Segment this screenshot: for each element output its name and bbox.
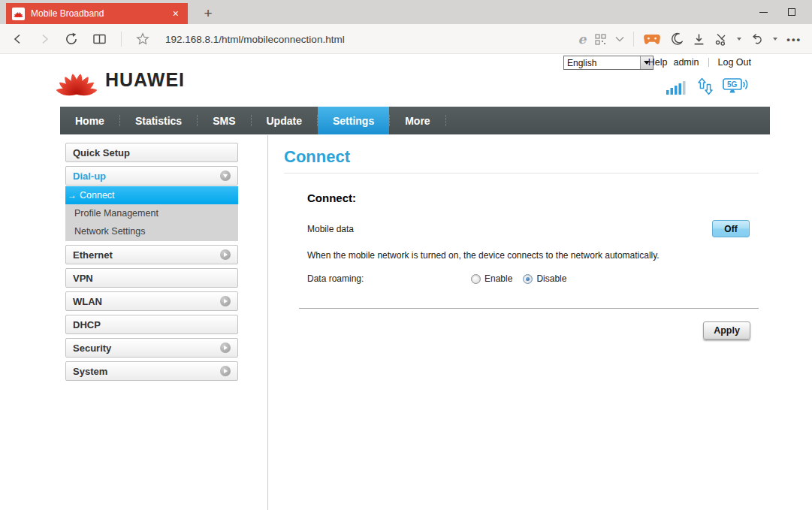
page-title: Connect — [284, 147, 759, 167]
dial-up-submenu: → Connect Profile Management Network Set… — [65, 186, 238, 241]
browser-tab[interactable]: Mobile Broadband × — [6, 3, 188, 24]
data-roaming-row: Data roaming: Enable Disable — [307, 273, 759, 284]
forward-icon[interactable] — [38, 33, 50, 45]
apply-button[interactable]: Apply — [703, 321, 750, 339]
mobile-data-toggle-button[interactable]: Off — [712, 220, 750, 237]
form-divider — [299, 308, 759, 309]
browser-window: Mobile Broadband × + — [0, 0, 812, 510]
back-icon[interactable] — [12, 33, 24, 45]
logout-link[interactable]: Log Out — [718, 57, 751, 68]
qr-code-icon[interactable] — [595, 34, 606, 45]
titlebar: Mobile Broadband × + — [0, 0, 812, 24]
nav-item-statistics[interactable]: Statistics — [120, 107, 197, 134]
router-page: English Help admin Log Out — [0, 54, 812, 510]
nav-item-update[interactable]: Update — [252, 107, 317, 134]
language-selected-value: English — [564, 58, 640, 68]
section-title: Connect: — [307, 192, 759, 204]
internet-explorer-icon[interactable]: e — [578, 33, 587, 46]
title-divider — [284, 173, 759, 174]
selected-arrow-icon: → — [68, 190, 77, 201]
refresh-icon[interactable] — [65, 32, 78, 46]
download-icon[interactable] — [693, 33, 705, 46]
sidebar-item-ethernet[interactable]: Ethernet — [65, 245, 238, 264]
username-link[interactable]: admin — [673, 57, 699, 68]
undo-dropdown-caret-icon[interactable] — [773, 38, 777, 41]
undo-icon[interactable] — [750, 32, 764, 46]
snip-scissors-icon[interactable] — [714, 32, 728, 46]
huawei-flower-icon — [56, 62, 98, 98]
submenu-item-connect[interactable]: → Connect — [65, 186, 238, 204]
nav-item-home[interactable]: Home — [60, 107, 119, 134]
submenu-item-network-settings[interactable]: Network Settings — [65, 222, 238, 240]
roaming-enable-option[interactable]: Enable — [471, 273, 512, 284]
svg-text:5G: 5G — [727, 80, 738, 89]
brand-name: HUAWEI — [105, 69, 185, 91]
main-nav: Home Statistics SMS Update Settings More — [60, 107, 770, 134]
huawei-logo: HUAWEI — [56, 62, 185, 98]
reading-view-icon[interactable] — [92, 33, 107, 45]
submenu-item-profile-management[interactable]: Profile Management — [65, 204, 238, 222]
mobile-data-note: When the mobile network is turned on, th… — [307, 250, 759, 261]
connect-panel: Connect Connect: Mobile data Off When th… — [284, 143, 759, 339]
traffic-updown-arrows-icon — [697, 77, 714, 98]
nav-separator — [445, 115, 446, 126]
data-roaming-label: Data roaming: — [307, 273, 471, 284]
minimize-button[interactable] — [749, 0, 777, 24]
nav-item-settings[interactable]: Settings — [318, 107, 389, 134]
sidebar-item-dial-up[interactable]: Dial-up — [65, 166, 238, 186]
signal-strength-icon — [666, 80, 688, 98]
account-separator — [708, 58, 709, 67]
chevron-right-circle-icon — [220, 296, 231, 306]
roaming-disable-option[interactable]: Disable — [523, 273, 566, 284]
tab-title: Mobile Broadband — [31, 8, 170, 19]
more-menu-icon[interactable]: ••• — [786, 34, 801, 45]
content-divider — [267, 135, 268, 510]
radio-unchecked-icon[interactable] — [471, 274, 481, 284]
toolbar-separator — [633, 32, 634, 47]
new-tab-button[interactable]: + — [197, 3, 219, 24]
mobile-data-label: Mobile data — [307, 224, 354, 234]
sidebar-item-wlan[interactable]: WLAN — [65, 291, 238, 311]
nav-item-more[interactable]: More — [390, 107, 445, 134]
help-link[interactable]: Help — [648, 57, 668, 68]
dark-mode-moon-icon[interactable] — [670, 32, 684, 46]
chevron-right-circle-icon — [220, 249, 231, 260]
browser-toolbar: 192.168.8.1/html/mobileconnection.html e — [0, 24, 812, 54]
status-icons: 5G — [666, 77, 748, 98]
nav-item-sms[interactable]: SMS — [198, 107, 250, 134]
chevron-right-circle-icon — [220, 366, 231, 376]
chevron-down-circle-icon — [220, 171, 231, 181]
toolbar-separator — [121, 32, 122, 47]
network-mode-5g-icon: 5G — [723, 77, 748, 98]
game-controller-icon[interactable] — [643, 34, 661, 45]
snip-dropdown-caret-icon[interactable] — [737, 38, 741, 41]
settings-sidebar: Quick Setup Dial-up → Connect Profile Ma… — [65, 143, 238, 385]
radio-checked-icon[interactable] — [523, 274, 533, 284]
sidebar-item-quick-setup[interactable]: Quick Setup — [65, 143, 238, 162]
sidebar-item-security[interactable]: Security — [65, 338, 238, 358]
huawei-favicon-icon — [12, 8, 25, 20]
account-links: Help admin Log Out — [648, 57, 751, 68]
chevron-right-circle-icon — [220, 343, 231, 353]
data-roaming-options: Enable Disable — [471, 273, 566, 284]
address-bar[interactable]: 192.168.8.1/html/mobileconnection.html — [165, 34, 345, 45]
mobile-data-row: Mobile data Off — [307, 220, 759, 237]
maximize-button[interactable] — [777, 0, 806, 24]
sidebar-item-dhcp[interactable]: DHCP — [65, 315, 238, 334]
sidebar-item-system[interactable]: System — [65, 361, 238, 381]
chevron-down-icon[interactable] — [615, 36, 624, 42]
tab-close-icon[interactable]: × — [170, 7, 182, 20]
sidebar-item-vpn[interactable]: VPN — [65, 268, 238, 288]
window-controls — [749, 0, 806, 24]
favorite-star-icon[interactable] — [136, 32, 149, 46]
language-select[interactable]: English — [563, 56, 654, 70]
